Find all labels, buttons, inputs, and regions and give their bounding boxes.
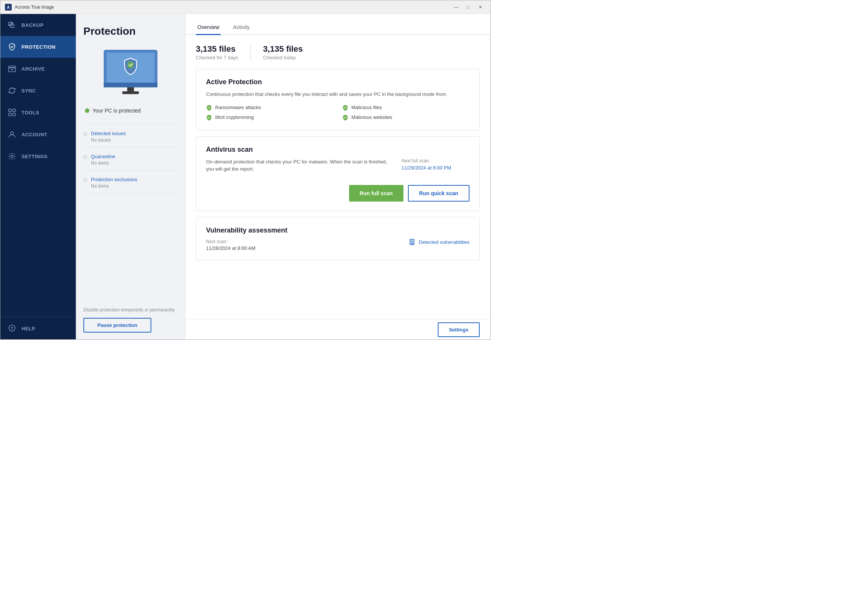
tools-icon	[8, 108, 16, 116]
tab-overview[interactable]: Overview	[196, 24, 221, 35]
detected-issues-sub: No issues	[91, 137, 126, 143]
next-vuln-scan-date: 11/28/2024 at 8:00 AM	[206, 245, 256, 251]
account-icon	[8, 130, 16, 138]
minimize-button[interactable]: —	[451, 3, 462, 11]
sidebar-archive-label: Archive	[22, 66, 45, 72]
vulnerability-card: Vulnerability assessment Next scan: 11/2…	[196, 217, 480, 261]
app-logo: A	[5, 4, 12, 11]
svg-rect-6	[9, 66, 16, 68]
run-full-scan-button[interactable]: Run full scan	[349, 185, 403, 202]
tab-activity[interactable]: Activity	[231, 24, 251, 35]
status-text: Your PC is protected	[93, 107, 141, 113]
protection-exclusions-link[interactable]: Protection exclusions No items	[84, 171, 177, 194]
svg-text:?: ?	[11, 326, 13, 331]
sidebar-item-sync[interactable]: Sync	[0, 80, 76, 102]
vulnerability-row: Next scan: 11/28/2024 at 8:00 AM Detecte…	[206, 239, 470, 251]
svg-rect-9	[9, 109, 11, 112]
archive-icon	[8, 65, 16, 73]
svg-text:A: A	[7, 5, 9, 9]
feature-ransomware-label: Ransomware attacks	[215, 104, 261, 111]
run-quick-scan-button[interactable]: Run quick scan	[408, 185, 470, 202]
window-controls: — □ ✕	[451, 3, 486, 11]
sidebar-item-settings[interactable]: Settings	[0, 145, 76, 167]
protection-icon	[8, 43, 16, 51]
link-dot	[84, 155, 87, 159]
svg-rect-22	[122, 92, 138, 94]
sidebar-protection-label: Protection	[22, 44, 56, 50]
svg-rect-12	[13, 113, 16, 116]
detected-issues-link[interactable]: Detected issues No issues	[84, 124, 177, 147]
stat-7days-number: 3,135 files	[196, 44, 238, 54]
vulnerability-title: Vulnerability assessment	[206, 227, 470, 234]
middle-links: Detected issues No issues Quarantine No …	[84, 124, 177, 194]
active-protection-title: Active Protection	[206, 78, 470, 86]
titlebar: A Acronis True Image — □ ✕	[0, 0, 490, 14]
svg-point-20	[127, 62, 134, 68]
sidebar-backup-label: Backup	[22, 22, 44, 28]
stat-today-number: 3,135 files	[263, 44, 303, 54]
svg-rect-10	[13, 109, 16, 112]
document-icon	[409, 239, 416, 246]
stats-row: 3,135 files Checked for 7 days 3,135 fil…	[196, 44, 480, 61]
svg-rect-11	[9, 113, 11, 116]
help-icon: ?	[8, 324, 16, 333]
svg-rect-23	[104, 83, 157, 87]
feature-cryptomining-label: Illicit cryptomining	[215, 114, 254, 121]
maximize-button[interactable]: □	[463, 3, 474, 11]
vulnerability-left: Next scan: 11/28/2024 at 8:00 AM	[206, 239, 256, 251]
sidebar-item-account[interactable]: Account	[0, 123, 76, 145]
quarantine-sub: No items	[91, 160, 115, 166]
page-title: Protection	[84, 25, 177, 37]
app-body: Backup Protection Archive	[0, 14, 490, 340]
antivirus-title: Antivirus scan	[206, 146, 470, 154]
svg-rect-21	[127, 87, 134, 92]
next-scan-value: 11/29/2024 at 6:00 PM	[401, 165, 470, 171]
app-title: Acronis True Image	[15, 5, 451, 10]
sidebar-item-archive[interactable]: Archive	[0, 58, 76, 80]
antivirus-desc: On-demand protection that checks your PC…	[206, 158, 394, 173]
settings-icon	[8, 152, 16, 160]
sidebar-tools-label: Tools	[22, 110, 39, 115]
middle-panel: Protection Your PC is	[76, 14, 185, 340]
close-button[interactable]: ✕	[475, 3, 486, 11]
backup-icon	[8, 21, 16, 29]
stat-today-label: Checked today	[263, 55, 303, 61]
active-protection-desc: Continuous protection that checks every …	[206, 91, 470, 98]
content-area: 3,135 files Checked for 7 days 3,135 fil…	[185, 35, 490, 319]
sidebar-help-label: Help	[22, 326, 36, 331]
features-grid: Ransomware attacks Malicious files	[206, 104, 470, 121]
next-scan-label: Next full scan:	[401, 158, 470, 163]
bottom-bar: Settings	[185, 319, 490, 340]
feature-ransomware: Ransomware attacks	[206, 104, 333, 111]
sidebar: Backup Protection Archive	[0, 14, 76, 340]
feature-malicious-files: Malicious files	[342, 104, 470, 111]
protection-status: Your PC is protected	[84, 107, 177, 113]
svg-point-13	[11, 132, 14, 135]
sidebar-settings-label: Settings	[22, 154, 48, 159]
sidebar-item-help[interactable]: ? Help	[0, 317, 76, 340]
next-vuln-scan-label: Next scan:	[206, 239, 256, 244]
monitor-illustration	[84, 47, 177, 100]
active-protection-card: Active Protection Continuous protection …	[196, 69, 480, 130]
detected-vulnerabilities-link[interactable]: Detected vulnerabilities	[409, 239, 470, 246]
scan-card-body: On-demand protection that checks your PC…	[206, 158, 470, 179]
antivirus-scan-card: Antivirus scan On-demand protection that…	[196, 136, 480, 211]
pause-protection-button[interactable]: Pause protection	[84, 318, 151, 332]
sidebar-account-label: Account	[22, 132, 48, 137]
feature-malicious-files-label: Malicious files	[351, 104, 382, 111]
stat-today: 3,135 files Checked today	[263, 44, 315, 61]
sidebar-item-tools[interactable]: Tools	[0, 102, 76, 123]
quarantine-link[interactable]: Quarantine No items	[84, 147, 177, 171]
link-dot	[84, 178, 87, 182]
protection-exclusions-label: Protection exclusions	[91, 177, 137, 182]
stat-7days-label: Checked for 7 days	[196, 55, 238, 61]
settings-button[interactable]: Settings	[438, 322, 480, 337]
tabs-bar: Overview Activity	[185, 14, 490, 35]
sidebar-item-backup[interactable]: Backup	[0, 14, 76, 36]
feature-cryptomining: Illicit cryptomining	[206, 114, 333, 121]
detected-issues-label: Detected issues	[91, 130, 126, 136]
sidebar-item-protection[interactable]: Protection	[0, 36, 76, 58]
scan-card-left: On-demand protection that checks your PC…	[206, 158, 394, 179]
scan-card-right: Next full scan: 11/29/2024 at 6:00 PM	[394, 158, 470, 179]
protection-exclusions-sub: No items	[91, 183, 137, 189]
